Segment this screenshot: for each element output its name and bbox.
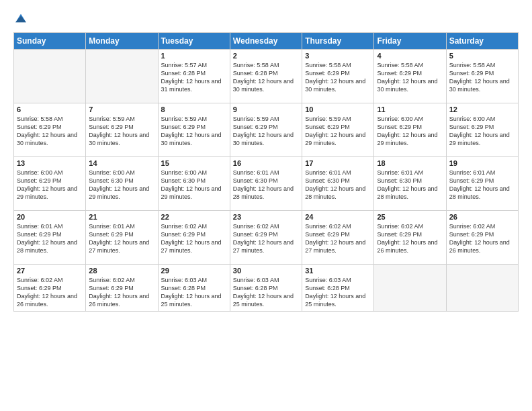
calendar-cell: 7Sunrise: 5:59 AM Sunset: 6:29 PM Daylig… [86,103,158,157]
calendar-cell: 20Sunrise: 6:01 AM Sunset: 6:29 PM Dayli… [14,211,86,265]
day-number: 3 [305,52,371,60]
logo [13,11,30,26]
day-info: Sunrise: 6:00 AM Sunset: 6:30 PM Dayligh… [161,169,227,201]
day-info: Sunrise: 6:02 AM Sunset: 6:29 PM Dayligh… [161,222,227,255]
day-info: Sunrise: 5:58 AM Sunset: 6:29 PM Dayligh… [17,115,83,148]
day-number: 14 [89,159,154,167]
day-info: Sunrise: 6:02 AM Sunset: 6:29 PM Dayligh… [449,222,515,255]
day-info: Sunrise: 5:59 AM Sunset: 6:29 PM Dayligh… [305,115,371,148]
day-info: Sunrise: 5:59 AM Sunset: 6:29 PM Dayligh… [89,115,154,148]
week-row-4: 20Sunrise: 6:01 AM Sunset: 6:29 PM Dayli… [14,211,519,265]
calendar-cell: 21Sunrise: 6:01 AM Sunset: 6:29 PM Dayli… [86,211,158,265]
day-info: Sunrise: 6:02 AM Sunset: 6:29 PM Dayligh… [233,222,299,255]
day-number: 22 [161,213,227,221]
calendar-cell: 12Sunrise: 6:00 AM Sunset: 6:29 PM Dayli… [446,103,518,157]
day-info: Sunrise: 6:00 AM Sunset: 6:30 PM Dayligh… [89,169,154,201]
day-info: Sunrise: 5:58 AM Sunset: 6:29 PM Dayligh… [449,61,515,94]
day-info: Sunrise: 6:01 AM Sunset: 6:30 PM Dayligh… [377,169,443,201]
day-number: 13 [17,159,83,167]
day-info: Sunrise: 6:02 AM Sunset: 6:29 PM Dayligh… [305,222,371,255]
weekday-header-monday: Monday [86,33,158,50]
day-info: Sunrise: 6:03 AM Sunset: 6:28 PM Dayligh… [161,276,227,309]
page: SundayMondayTuesdayWednesdayThursdayFrid… [0,0,532,411]
day-number: 6 [17,105,83,113]
calendar-cell [86,50,158,103]
weekday-header-sunday: Sunday [14,33,86,50]
day-number: 26 [449,213,515,221]
day-number: 21 [89,213,154,221]
day-number: 23 [233,213,299,221]
day-number: 10 [305,105,371,113]
day-number: 29 [161,267,227,275]
day-info: Sunrise: 6:02 AM Sunset: 6:29 PM Dayligh… [377,222,443,255]
week-row-3: 13Sunrise: 6:00 AM Sunset: 6:29 PM Dayli… [14,157,519,211]
day-number: 7 [89,105,154,113]
calendar-cell: 4Sunrise: 5:58 AM Sunset: 6:29 PM Daylig… [374,50,446,103]
day-info: Sunrise: 6:01 AM Sunset: 6:30 PM Dayligh… [233,169,299,201]
weekday-header-friday: Friday [374,33,446,50]
day-number: 28 [89,267,154,275]
calendar-cell: 28Sunrise: 6:02 AM Sunset: 6:29 PM Dayli… [86,265,158,312]
day-number: 16 [233,159,299,167]
calendar-cell: 13Sunrise: 6:00 AM Sunset: 6:29 PM Dayli… [14,157,86,211]
calendar-cell: 31Sunrise: 6:03 AM Sunset: 6:28 PM Dayli… [302,265,374,312]
header [13,11,519,26]
weekday-header-row: SundayMondayTuesdayWednesdayThursdayFrid… [14,33,519,50]
day-number: 20 [17,213,83,221]
day-number: 18 [377,159,443,167]
day-info: Sunrise: 6:03 AM Sunset: 6:28 PM Dayligh… [233,276,299,309]
calendar-cell: 10Sunrise: 5:59 AM Sunset: 6:29 PM Dayli… [302,103,374,157]
day-info: Sunrise: 6:01 AM Sunset: 6:29 PM Dayligh… [449,169,515,201]
svg-marker-1 [15,16,26,22]
calendar-cell: 24Sunrise: 6:02 AM Sunset: 6:29 PM Dayli… [302,211,374,265]
day-info: Sunrise: 6:00 AM Sunset: 6:29 PM Dayligh… [377,115,443,148]
calendar-cell [446,265,518,312]
day-info: Sunrise: 6:00 AM Sunset: 6:29 PM Dayligh… [449,115,515,148]
calendar-cell: 6Sunrise: 5:58 AM Sunset: 6:29 PM Daylig… [14,103,86,157]
week-row-5: 27Sunrise: 6:02 AM Sunset: 6:29 PM Dayli… [14,265,519,312]
calendar-cell: 9Sunrise: 5:59 AM Sunset: 6:29 PM Daylig… [230,103,302,157]
day-info: Sunrise: 5:59 AM Sunset: 6:29 PM Dayligh… [161,115,227,148]
weekday-header-saturday: Saturday [446,33,518,50]
day-number: 12 [449,105,515,113]
day-number: 17 [305,159,371,167]
calendar-cell: 8Sunrise: 5:59 AM Sunset: 6:29 PM Daylig… [158,103,230,157]
day-number: 9 [233,105,299,113]
day-number: 24 [305,213,371,221]
logo-icon [13,11,28,26]
calendar-cell: 15Sunrise: 6:00 AM Sunset: 6:30 PM Dayli… [158,157,230,211]
day-info: Sunrise: 5:58 AM Sunset: 6:29 PM Dayligh… [377,61,443,94]
calendar-cell: 19Sunrise: 6:01 AM Sunset: 6:29 PM Dayli… [446,157,518,211]
calendar-cell: 23Sunrise: 6:02 AM Sunset: 6:29 PM Dayli… [230,211,302,265]
calendar-cell [14,50,86,103]
calendar-cell: 26Sunrise: 6:02 AM Sunset: 6:29 PM Dayli… [446,211,518,265]
day-number: 25 [377,213,443,221]
day-number: 11 [377,105,443,113]
calendar-cell: 22Sunrise: 6:02 AM Sunset: 6:29 PM Dayli… [158,211,230,265]
day-number: 30 [233,267,299,275]
day-info: Sunrise: 5:57 AM Sunset: 6:28 PM Dayligh… [161,61,227,94]
weekday-header-tuesday: Tuesday [158,33,230,50]
calendar-cell [374,265,446,312]
day-info: Sunrise: 5:58 AM Sunset: 6:28 PM Dayligh… [233,61,299,94]
day-info: Sunrise: 6:01 AM Sunset: 6:29 PM Dayligh… [17,222,83,255]
calendar: SundayMondayTuesdayWednesdayThursdayFrid… [13,32,519,312]
calendar-cell: 30Sunrise: 6:03 AM Sunset: 6:28 PM Dayli… [230,265,302,312]
calendar-cell: 5Sunrise: 5:58 AM Sunset: 6:29 PM Daylig… [446,50,518,103]
calendar-cell: 25Sunrise: 6:02 AM Sunset: 6:29 PM Dayli… [374,211,446,265]
calendar-cell: 1Sunrise: 5:57 AM Sunset: 6:28 PM Daylig… [158,50,230,103]
calendar-cell: 11Sunrise: 6:00 AM Sunset: 6:29 PM Dayli… [374,103,446,157]
calendar-cell: 2Sunrise: 5:58 AM Sunset: 6:28 PM Daylig… [230,50,302,103]
day-info: Sunrise: 5:59 AM Sunset: 6:29 PM Dayligh… [233,115,299,148]
day-info: Sunrise: 6:00 AM Sunset: 6:29 PM Dayligh… [17,169,83,201]
calendar-cell: 3Sunrise: 5:58 AM Sunset: 6:29 PM Daylig… [302,50,374,103]
week-row-1: 1Sunrise: 5:57 AM Sunset: 6:28 PM Daylig… [14,50,519,103]
day-info: Sunrise: 6:03 AM Sunset: 6:28 PM Dayligh… [305,276,371,309]
day-number: 1 [161,52,227,60]
weekday-header-thursday: Thursday [302,33,374,50]
day-number: 31 [305,267,371,275]
day-number: 5 [449,52,515,60]
day-info: Sunrise: 6:01 AM Sunset: 6:30 PM Dayligh… [305,169,371,201]
day-number: 15 [161,159,227,167]
calendar-cell: 16Sunrise: 6:01 AM Sunset: 6:30 PM Dayli… [230,157,302,211]
